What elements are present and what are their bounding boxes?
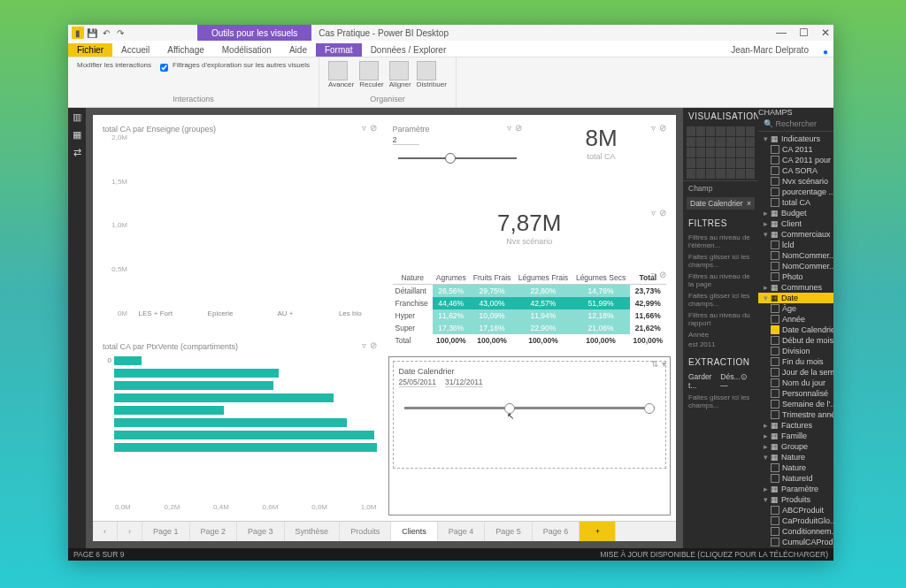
field-node[interactable]: pourcentage ... xyxy=(758,187,833,197)
viz-type-icon[interactable] xyxy=(746,158,755,168)
page-tab[interactable]: Page 1 xyxy=(142,522,190,541)
viz-type-icon[interactable] xyxy=(706,169,715,179)
field-node[interactable]: ▸▦Communes xyxy=(758,282,833,293)
page-tab[interactable]: Page 2 xyxy=(190,522,238,541)
tab-model[interactable]: Modélisation xyxy=(213,43,280,57)
viz-type-icon[interactable] xyxy=(736,148,745,157)
filter-hint[interactable]: Filtres au niveau de l'élémen... xyxy=(683,232,758,251)
field-node[interactable]: ▸▦Budget xyxy=(758,208,833,218)
field-node[interactable]: CumulCAProd... xyxy=(758,537,833,547)
field-node[interactable]: Année xyxy=(758,314,833,325)
minimize-icon[interactable]: — xyxy=(776,27,787,39)
save-icon[interactable]: 💾 xyxy=(86,27,98,39)
viz-type-icon[interactable] xyxy=(687,148,695,157)
viz-type-icon[interactable] xyxy=(716,169,725,179)
viz-type-icon[interactable] xyxy=(696,126,705,136)
filter-icon[interactable]: ▿ xyxy=(651,123,656,133)
page-prev[interactable]: ‹ xyxy=(93,522,118,541)
page-tab[interactable]: Produits xyxy=(340,522,391,541)
fields-search[interactable]: 🔍 Rechercher xyxy=(758,117,833,132)
chip-close-icon[interactable]: × xyxy=(747,199,751,208)
matrix-visual[interactable]: ▿⊘ NatureAgrumesFruits FraisLégumes Frai… xyxy=(388,267,672,351)
filter-icon[interactable]: ▿ xyxy=(651,208,656,218)
page-next[interactable]: › xyxy=(118,522,142,541)
focus-icon[interactable]: ⊘ xyxy=(659,208,666,218)
viz-type-icon[interactable] xyxy=(726,148,735,157)
hbar-chart-ptxvente[interactable]: ▿⊘ total CA par PtxVente (compartiments)… xyxy=(98,338,381,515)
viz-type-icon[interactable] xyxy=(706,126,715,136)
filter-hint[interactable]: Filtres au niveau du rapport xyxy=(683,309,758,329)
viz-type-icon[interactable] xyxy=(687,137,695,147)
field-node[interactable]: ▸▦Factures xyxy=(758,420,833,431)
field-node[interactable]: total CA xyxy=(758,197,833,208)
viz-type-icon[interactable] xyxy=(716,126,725,136)
slicer-to[interactable]: 31/12/2011 xyxy=(445,378,483,387)
field-node[interactable]: ▾▦Indicateurs xyxy=(758,134,833,144)
tab-view[interactable]: Affichage xyxy=(158,43,213,57)
report-canvas[interactable]: ▿⊘ total CA par Enseigne (groupes) 2,0M1… xyxy=(93,115,676,541)
field-node[interactable]: Division xyxy=(758,346,833,356)
field-node[interactable]: ▾▦Commerciaux xyxy=(758,229,833,240)
viz-type-icon[interactable] xyxy=(696,137,705,147)
field-node[interactable]: CA 2011 xyxy=(758,144,833,155)
field-node[interactable]: Début de mois xyxy=(758,335,833,346)
field-node[interactable]: ▾▦Date xyxy=(758,293,833,303)
page-tab[interactable]: Page 6 xyxy=(533,522,580,541)
data-view-icon[interactable]: ▦ xyxy=(71,129,83,141)
date-slicer-visual[interactable]: ⇅▾ Date Calendrier 25/05/2011 31/12/2011 xyxy=(388,356,672,515)
viz-type-icon[interactable] xyxy=(736,137,745,147)
focus-icon[interactable]: ⊘ xyxy=(659,123,666,133)
viz-type-icon[interactable] xyxy=(746,126,755,136)
field-node[interactable]: ▾▦Nature xyxy=(758,452,833,462)
field-node[interactable]: Nom du jour xyxy=(758,378,833,388)
help-icon[interactable]: ● xyxy=(823,47,828,57)
page-tab[interactable]: Clients xyxy=(391,522,438,541)
filter-icon[interactable]: ▿ xyxy=(362,340,366,350)
filter-hint[interactable]: Faites glisser ici les champs... xyxy=(683,290,758,309)
field-node[interactable]: CA SORA xyxy=(758,165,833,176)
filter-icon[interactable]: ▿ xyxy=(507,123,511,133)
viz-type-icon[interactable] xyxy=(726,158,735,168)
viz-type-icon[interactable] xyxy=(687,158,695,168)
filter-icon[interactable]: ▿ xyxy=(651,270,656,279)
model-view-icon[interactable]: ⇄ xyxy=(71,147,83,159)
viz-type-icon[interactable] xyxy=(716,148,725,157)
viz-type-icon[interactable] xyxy=(716,137,725,147)
slicer-handle-left[interactable] xyxy=(504,403,515,414)
field-node[interactable]: ▸▦Famille xyxy=(758,431,833,441)
viz-type-icon[interactable] xyxy=(687,126,695,136)
user-name[interactable]: Jean-Marc Delprato xyxy=(722,43,818,57)
viz-type-icon[interactable] xyxy=(696,158,705,168)
field-node[interactable]: ▸▦Client xyxy=(758,218,833,229)
slicer-from[interactable]: 25/05/2011 xyxy=(399,378,437,387)
distribute-icon[interactable] xyxy=(417,61,436,80)
filter-hint[interactable]: Faites glisser ici les champs... xyxy=(683,251,758,271)
field-node[interactable]: ABCProduit xyxy=(758,505,833,515)
viz-type-icon[interactable] xyxy=(716,158,725,168)
viz-type-icon[interactable] xyxy=(696,169,705,179)
viz-type-icon[interactable] xyxy=(706,137,715,147)
field-node[interactable]: Nature xyxy=(758,462,833,473)
field-node[interactable]: Personnalisé xyxy=(758,388,833,399)
viz-type-icon[interactable] xyxy=(746,137,755,147)
field-node[interactable]: Trimestre année xyxy=(758,409,833,420)
field-node[interactable]: ▸▦Groupe xyxy=(758,441,833,452)
viz-type-icon[interactable] xyxy=(706,148,715,157)
page-add[interactable]: + xyxy=(580,522,616,541)
viz-type-icon[interactable] xyxy=(726,169,735,179)
filter-year-label[interactable]: Année xyxy=(683,329,758,340)
focus-icon[interactable]: ⊘ xyxy=(515,123,522,133)
field-node[interactable]: Âge xyxy=(758,303,833,314)
undo-icon[interactable]: ↶ xyxy=(100,27,112,39)
field-node[interactable]: NomCommer... xyxy=(758,261,833,271)
bring-forward-icon[interactable] xyxy=(328,61,348,80)
viz-type-icon[interactable] xyxy=(726,126,735,136)
field-node[interactable]: NatureId xyxy=(758,473,833,484)
tab-data-explore[interactable]: Données / Explorer xyxy=(362,43,456,57)
page-tab[interactable]: Page 4 xyxy=(438,522,486,541)
viz-type-icon[interactable] xyxy=(746,169,755,179)
viz-type-icon[interactable] xyxy=(736,158,745,168)
viz-type-icon[interactable] xyxy=(736,126,745,136)
page-tab[interactable]: Page 3 xyxy=(237,522,285,541)
field-node[interactable]: Date Calendrier xyxy=(758,325,833,335)
